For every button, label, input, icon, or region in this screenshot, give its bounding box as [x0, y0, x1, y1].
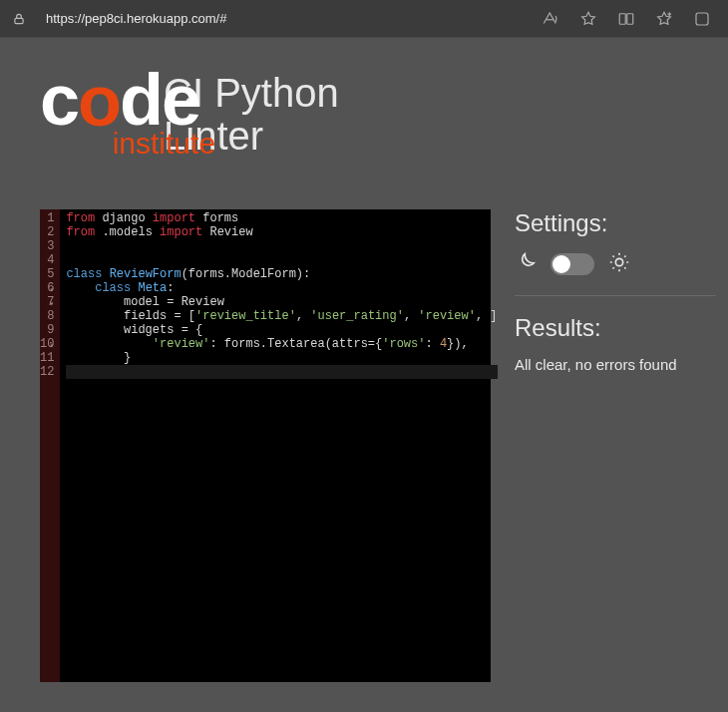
code-area[interactable]: from django import formsfrom .models imp… — [60, 209, 501, 682]
code-line[interactable] — [66, 365, 497, 379]
svg-rect-1 — [619, 13, 625, 24]
settings-heading: Settings: — [515, 209, 716, 237]
code-editor[interactable]: 12345 ▾6 ▾789 ▾101112 from django import… — [40, 209, 491, 682]
code-line[interactable] — [66, 239, 497, 253]
main-content: 12345 ▾6 ▾789 ▾101112 from django import… — [0, 209, 728, 682]
line-number: 3 — [40, 239, 54, 253]
code-line[interactable]: from .models import Review — [66, 225, 497, 239]
moon-icon — [515, 251, 537, 277]
line-number: 4 — [40, 253, 54, 267]
code-line[interactable]: from django import forms — [66, 211, 497, 225]
collections-icon[interactable] — [654, 9, 674, 29]
svg-rect-2 — [627, 13, 633, 24]
line-number: 1 — [40, 211, 54, 225]
split-screen-icon[interactable] — [616, 9, 636, 29]
read-aloud-icon[interactable] — [541, 9, 560, 29]
line-number: 11 — [40, 351, 54, 365]
line-number: 12 — [40, 365, 54, 379]
code-line[interactable]: fields = ['review_title', 'user_rating',… — [66, 309, 497, 323]
lock-icon — [10, 10, 28, 28]
line-number: 9 ▾ — [40, 323, 54, 337]
page-header: code institute CI Python Linter — [0, 68, 728, 197]
code-line[interactable] — [66, 253, 497, 267]
line-number: 2 — [40, 225, 54, 239]
code-line[interactable]: class ReviewForm(forms.ModelForm): — [66, 267, 497, 281]
logo: code institute — [40, 68, 199, 133]
results-message: All clear, no errors found — [515, 356, 716, 373]
page-body: code institute CI Python Linter 12345 ▾6… — [0, 38, 728, 712]
line-number: 7 — [40, 295, 54, 309]
line-number: 8 — [40, 309, 54, 323]
line-number: 6 ▾ — [40, 281, 54, 295]
code-line[interactable]: model = Review — [66, 295, 497, 309]
line-number: 5 ▾ — [40, 267, 54, 281]
code-line[interactable]: class Meta: — [66, 281, 497, 295]
browser-address-bar: https://pep8ci.herokuapp.com/# — [0, 0, 728, 38]
line-number: 10 — [40, 337, 54, 351]
theme-toggle[interactable] — [550, 253, 594, 275]
logo-code-text: code — [40, 68, 199, 133]
code-line[interactable]: widgets = { — [66, 323, 497, 337]
code-line[interactable]: } — [66, 351, 497, 365]
browser-actions — [541, 9, 718, 29]
sidebar: Settings: Results: All clear, no errors … — [491, 209, 728, 682]
code-line[interactable]: 'review': forms.Textarea(attrs={'rows': … — [66, 337, 497, 351]
logo-institute-text: institute — [113, 127, 215, 161]
url-field[interactable]: https://pep8ci.herokuapp.com/# — [38, 7, 531, 30]
favorite-icon[interactable] — [578, 9, 598, 29]
svg-rect-0 — [15, 18, 23, 23]
more-icon[interactable] — [692, 9, 712, 29]
svg-rect-3 — [696, 13, 708, 25]
line-number-gutter: 12345 ▾6 ▾789 ▾101112 — [40, 209, 60, 682]
theme-toggle-row — [515, 251, 716, 296]
sun-icon — [608, 251, 630, 277]
results-heading: Results: — [515, 314, 716, 342]
svg-point-4 — [615, 258, 622, 265]
